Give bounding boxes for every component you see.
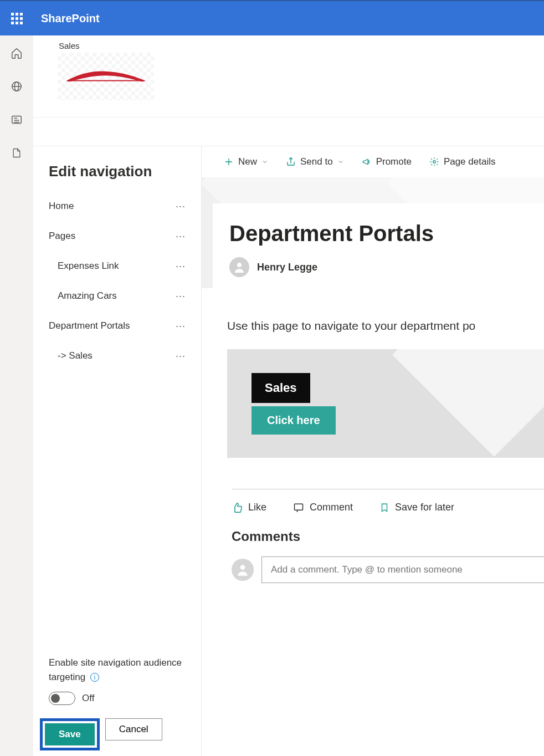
globe-icon[interactable] [10,80,23,93]
command-bar: New Send to Promote Page details [202,146,544,177]
page-description: Use this page to navigate to your depart… [202,288,544,349]
author-name[interactable]: Henry Legge [257,262,317,273]
author-row: Henry Legge [229,257,527,277]
nav-item-list: Home···Pages···Expenses Link···Amazing C… [33,191,201,645]
chevron-down-icon [261,159,268,165]
send-to-button[interactable]: Send to [286,156,344,167]
more-options-icon[interactable]: ··· [176,290,186,302]
more-options-icon[interactable]: ··· [176,201,186,212]
app-launcher-icon[interactable] [6,7,28,29]
nav-item-label: Pages [49,231,75,242]
suite-header: SharePoint [0,0,544,35]
nav-item[interactable]: Home··· [40,191,194,221]
more-options-icon[interactable]: ··· [176,231,186,242]
click-here-button[interactable]: Click here [252,406,336,435]
edit-nav-title: Edit navigation [33,163,201,191]
megaphone-icon [362,157,372,167]
cancel-button[interactable]: Cancel [105,718,162,740]
save-button-highlight: Save [40,718,100,750]
nav-item-label: Home [49,201,74,212]
more-options-icon[interactable]: ··· [176,320,186,332]
share-icon [286,157,296,167]
page-canvas: New Send to Promote Page details [202,146,544,756]
comment-icon [293,502,304,513]
nav-item[interactable]: Expenses Link··· [40,251,194,281]
avatar-icon [232,559,254,581]
svg-point-3 [433,161,436,164]
save-button[interactable]: Save [45,723,95,745]
audience-targeting-label: Enable site navigation audience targetin… [49,656,186,684]
command-row-spacer [33,118,544,146]
save-for-later-button[interactable]: Save for later [379,502,454,513]
edit-navigation-panel: Edit navigation Home···Pages···Expenses … [33,146,202,756]
new-button[interactable]: New [224,156,268,167]
home-icon[interactable] [10,47,23,60]
nav-item-label: Expenses Link [58,260,119,272]
page-details-button[interactable]: Page details [429,156,496,167]
info-icon[interactable]: i [90,673,99,682]
svg-point-6 [240,565,245,570]
divider [232,489,544,489]
left-rail [0,35,33,756]
news-icon[interactable] [10,113,23,126]
nav-item[interactable]: Department Portals··· [40,311,194,341]
nav-item[interactable]: Amazing Cars··· [40,281,194,311]
page-title: Department Portals [229,221,527,246]
site-logo[interactable] [58,53,154,100]
bookmark-icon [379,502,389,513]
more-options-icon[interactable]: ··· [176,350,186,362]
chevron-down-icon [337,159,344,165]
site-header: Sales [33,35,544,118]
page-actions: Like Comment Save for later [202,502,544,513]
gear-icon [429,157,439,167]
like-icon [232,502,243,513]
toggle-state-label: Off [82,693,94,704]
hero-banner: Department Portals Henry Legge [202,177,544,288]
avatar-icon [229,257,249,277]
nav-item-label: -> Sales [58,350,93,361]
like-button[interactable]: Like [232,502,266,513]
plus-icon [224,157,234,167]
site-name[interactable]: Sales [59,41,522,50]
nav-item[interactable]: -> Sales··· [40,341,194,371]
comments-heading: Comments [202,513,544,556]
more-options-icon[interactable]: ··· [176,260,186,272]
app-name[interactable]: SharePoint [41,12,100,25]
svg-point-4 [237,263,242,267]
nav-item-label: Department Portals [49,320,130,331]
comment-input[interactable] [261,556,544,583]
comment-compose-row [202,556,544,583]
portal-hero-card: Sales Click here [227,349,544,458]
promote-button[interactable]: Promote [362,156,412,167]
audience-targeting-toggle[interactable] [49,692,75,705]
portal-badge: Sales [252,373,310,403]
nav-item[interactable]: Pages··· [40,221,194,251]
file-icon[interactable] [10,146,23,160]
nav-item-label: Amazing Cars [58,290,117,302]
comment-button[interactable]: Comment [293,502,353,513]
car-logo-image [64,68,147,85]
